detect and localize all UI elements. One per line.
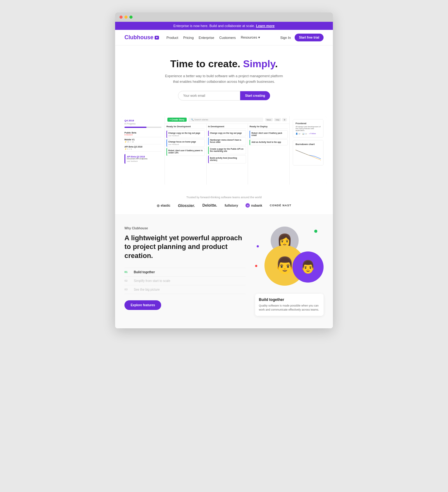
logo-icon: ✦ <box>155 36 159 40</box>
kanban-col-dev: In Development Change copy on the log ou… <box>207 124 248 185</box>
nav-enterprise[interactable]: Enterprise <box>199 36 214 40</box>
build-together-title: Build together <box>259 298 320 302</box>
why-num-1: 01 <box>124 270 131 274</box>
kanban-col-deploy-header: Ready for Deploy <box>250 125 288 129</box>
decoration-dot-purple <box>257 245 259 247</box>
trusted-section: Trusted by forward-thinking software tea… <box>115 191 333 214</box>
story-public-beta: Public Beta ● blocked <box>124 130 161 137</box>
why-item-3[interactable]: 03 See the big picture <box>124 285 246 294</box>
nav-product[interactable]: Product <box>166 36 178 40</box>
kanban-card: Hamburger menu doesn't have a focus stat… <box>208 137 246 145</box>
logo[interactable]: Clubhouse ✦ <box>124 34 159 41</box>
nav-actions: Sign In Start free trial <box>280 34 324 41</box>
why-item-1[interactable]: 01 Build together <box>124 268 246 277</box>
burndown-card: Burndown chart <box>293 140 324 166</box>
browser-chrome <box>115 12 333 22</box>
settings-button[interactable]: ⚙ <box>282 118 287 121</box>
kanban-card: Robot: Alert user if battery pack email <box>250 130 288 138</box>
start-trial-button[interactable]: Start free trial <box>295 34 324 41</box>
screenshot-right-panel: Frontend All design and development of t… <box>289 116 327 185</box>
kanban-card: Change copy on the log out page user fee… <box>166 130 205 138</box>
feature-stats: 👤 18 📊 19 + Follow <box>296 133 321 135</box>
build-together-card: Build together Quality software is made … <box>255 294 324 316</box>
announcement-banner: Enterprise is now here. Build and collab… <box>115 22 333 30</box>
hero-title: Time to create. Simply. <box>124 58 324 70</box>
close-dot[interactable] <box>119 16 123 19</box>
highlight-card: API Beta Q3 2018 Document API endpoints … <box>124 154 161 164</box>
build-together-desc: Quality software is made possible when y… <box>259 304 320 312</box>
explore-features-button[interactable]: Explore features <box>124 300 161 310</box>
nav-pricing[interactable]: Pricing <box>183 36 194 40</box>
hero-section: Time to create. Simply. Experience a bet… <box>115 45 333 116</box>
decoration-dot-red <box>255 265 257 267</box>
fullscreen-dot[interactable] <box>129 16 133 19</box>
why-title-2: Simplify from start to scale <box>134 279 170 283</box>
avatar-bottom-right: 👨 <box>292 251 324 283</box>
elastic-logo: ◎ elastic <box>157 204 170 207</box>
why-label: Why Clubhouse <box>124 227 246 230</box>
kanban-card: Build activity feed (inserting stories) <box>208 155 246 163</box>
nav-customers[interactable]: Customers <box>219 36 236 40</box>
logos-container: ◎ elastic Glossier. Deloitte. fullstory … <box>124 203 324 208</box>
why-title-3: See the big picture <box>134 288 160 291</box>
story-mobile-v1: Mobile V1 ⚡ 15 ✓ 10 <box>124 137 161 144</box>
kanban-col-dev-header: In Development <box>208 125 246 129</box>
search-bar-mock: 🔍 Search stories <box>189 118 263 122</box>
screenshot-left-panel: Q4 2018 In Progress Public Beta ● blocke… <box>121 116 165 185</box>
hero-subtitle: Experience a better way to build softwar… <box>165 73 283 84</box>
feature-desc: All design and development of the Flying… <box>296 126 321 131</box>
why-num-3: 03 <box>124 288 131 291</box>
progress-bar <box>124 127 161 128</box>
burndown-chart <box>296 147 321 163</box>
kanban-card: Robot: Alert user if battery power is un… <box>166 148 205 156</box>
why-section: Why Clubhouse A lightweight yet powerful… <box>115 214 333 328</box>
feature-card: Frontend All design and development of t… <box>293 119 324 138</box>
burndown-title: Burndown chart <box>296 143 321 146</box>
kanban-card: Create a page for the Public API on the … <box>208 146 246 154</box>
fullstory-logo: fullstory <box>225 204 238 207</box>
email-input[interactable] <box>178 91 240 101</box>
why-item-2[interactable]: 02 Simplify from start to scale <box>124 277 246 285</box>
kanban-col-deploy: Ready for Deploy Robot: Alert user if ba… <box>248 124 289 185</box>
trusted-text: Trusted by forward-thinking software tea… <box>124 196 324 199</box>
hero-title-part1: Time to create. <box>170 58 243 69</box>
decoration-dot-green <box>314 230 317 233</box>
create-story-button[interactable]: + Create Story <box>167 118 187 122</box>
deloitte-logo: Deloitte. <box>203 203 217 208</box>
news-button[interactable]: News <box>265 118 273 121</box>
banner-text: Enterprise is now here. Build and collab… <box>173 24 256 28</box>
browser-window: Enterprise is now here. Build and collab… <box>115 12 333 328</box>
screenshot-toolbar: + Create Story 🔍 Search stories News Hel… <box>165 116 289 124</box>
kanban-card: Add an Activity feed to the app <box>250 139 288 145</box>
why-items-list: 01 Build together 02 Simplify from start… <box>124 268 246 294</box>
glossier-logo: Glossier. <box>178 203 195 208</box>
minimize-dot[interactable] <box>124 16 128 19</box>
help-button[interactable]: Help <box>274 118 281 121</box>
kanban-col-ready-header: Ready for Development <box>166 125 205 129</box>
hero-title-simply: Simply <box>243 58 275 69</box>
nubank-logo: n nubank <box>245 203 262 208</box>
kanban-col-ready: Ready for Development Change copy on the… <box>165 124 207 185</box>
kanban-card: Change focus on home page user feedback <box>166 139 205 147</box>
app-screenshot: Q4 2018 In Progress Public Beta ● blocke… <box>121 116 327 185</box>
in-progress-label: In Progress <box>124 123 161 125</box>
why-heading: A lightweight yet powerful approach to p… <box>124 234 246 260</box>
why-left-content: Why Clubhouse A lightweight yet powerful… <box>124 227 246 310</box>
quarter-label: Q4 2018 <box>124 119 161 122</box>
why-right-content: 👩 👨 👨 Build together Quality software is… <box>255 227 324 316</box>
banner-link[interactable]: Learn more <box>256 24 275 28</box>
navigation: Clubhouse ✦ Product Pricing Enterprise C… <box>115 30 333 45</box>
start-creating-button[interactable]: Start creating <box>240 91 270 100</box>
nav-resources[interactable]: Resources ▾ <box>241 35 260 40</box>
condenast-logo: CONDÉ NAST <box>270 204 292 207</box>
hero-title-period: . <box>275 58 278 69</box>
hero-cta: Start creating <box>124 91 324 101</box>
story-api-beta: API Beta Q3 2018 ⚡ 4 ✓ 6 <box>124 144 161 152</box>
toolbar-icons: News Help ⚙ <box>265 118 287 121</box>
screenshot-main-panel: + Create Story 🔍 Search stories News Hel… <box>165 116 289 185</box>
kanban-card: Change copy on the log out page <box>208 130 246 136</box>
avatars-container: 👩 👨 👨 <box>255 227 324 289</box>
nav-links: Product Pricing Enterprise Customers Res… <box>166 35 280 40</box>
signin-link[interactable]: Sign In <box>280 36 291 40</box>
kanban-board: Ready for Development Change copy on the… <box>165 124 289 185</box>
